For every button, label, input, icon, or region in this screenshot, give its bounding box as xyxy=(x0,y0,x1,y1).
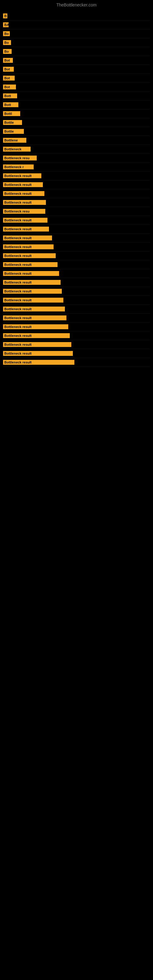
bar-label-34: Bottleneck result xyxy=(3,315,66,320)
bar-label-14: Bottlene xyxy=(3,138,26,143)
bar-item-33: Bottleneck result xyxy=(3,307,150,312)
bar-row-22: Bottleneck resu xyxy=(3,207,150,216)
bar-row-39: Bottleneck result xyxy=(3,358,150,367)
bar-label-28: Bottleneck result xyxy=(3,262,57,267)
bar-row-31: Bottleneck result xyxy=(3,287,150,296)
bars-container: BBABoBoBoBotBotBotBotBottBottBottlBottle… xyxy=(0,9,153,370)
bar-label-26: Bottleneck result xyxy=(3,244,54,249)
bar-item-4: Bo xyxy=(3,49,150,54)
bar-row-34: Bottleneck result xyxy=(3,313,150,323)
bar-label-11: Bottl xyxy=(3,111,20,116)
bar-label-35: Bottleneck result xyxy=(3,324,68,329)
bar-item-5: Bot xyxy=(3,58,150,63)
bar-item-16: Bottleneck resu xyxy=(3,156,150,161)
bar-label-29: Bottleneck result xyxy=(3,271,59,276)
bar-label-24: Bottleneck result xyxy=(3,227,49,232)
bar-item-24: Bottleneck result xyxy=(3,227,150,232)
bar-row-2: Bo xyxy=(3,29,150,38)
bar-row-0: B xyxy=(3,12,150,21)
bar-item-28: Bottleneck result xyxy=(3,262,150,267)
bar-row-32: Bottleneck result xyxy=(3,296,150,305)
bar-row-35: Bottleneck result xyxy=(3,323,150,331)
bar-item-39: Bottleneck result xyxy=(3,360,150,365)
bar-row-20: Bottleneck result xyxy=(3,189,150,198)
bar-item-21: Bottleneck result xyxy=(3,200,150,205)
bar-item-19: Bottleneck result xyxy=(3,182,150,187)
bar-label-19: Bottleneck result xyxy=(3,182,43,187)
bar-row-8: Bot xyxy=(3,83,150,92)
bar-item-35: Bottleneck result xyxy=(3,324,150,329)
bar-row-12: Bottle xyxy=(3,118,150,127)
bar-label-22: Bottleneck resu xyxy=(3,209,45,214)
bar-label-10: Bott xyxy=(3,102,18,107)
bar-label-2: Bo xyxy=(3,31,10,36)
bar-row-37: Bottleneck result xyxy=(3,340,150,349)
bar-row-14: Bottlene xyxy=(3,136,150,145)
bar-row-15: Bottleneck xyxy=(3,145,150,154)
bar-item-17: Bottleneck r xyxy=(3,164,150,169)
bar-item-8: Bot xyxy=(3,84,150,89)
bar-item-27: Bottleneck result xyxy=(3,253,150,258)
bar-row-3: Bo xyxy=(3,38,150,47)
bar-item-13: Bottle xyxy=(3,129,150,134)
bar-label-4: Bo xyxy=(3,49,12,54)
bar-item-34: Bottleneck result xyxy=(3,315,150,320)
bar-label-21: Bottleneck result xyxy=(3,200,46,205)
bar-row-24: Bottleneck result xyxy=(3,225,150,234)
bar-item-14: Bottlene xyxy=(3,138,150,143)
bar-label-33: Bottleneck result xyxy=(3,307,65,312)
bar-label-39: Bottleneck result xyxy=(3,360,74,365)
bar-label-7: Bot xyxy=(3,76,15,81)
bar-label-12: Bottle xyxy=(3,120,22,125)
bar-row-17: Bottleneck r xyxy=(3,162,150,172)
bar-label-36: Bottleneck result xyxy=(3,333,70,338)
bar-item-6: Bot xyxy=(3,67,150,72)
bar-row-30: Bottleneck result xyxy=(3,278,150,287)
bar-item-11: Bottl xyxy=(3,111,150,116)
bar-row-26: Bottleneck result xyxy=(3,243,150,251)
bar-row-1: BA xyxy=(3,21,150,29)
bar-label-38: Bottleneck result xyxy=(3,351,73,356)
bar-item-26: Bottleneck result xyxy=(3,244,150,249)
bar-row-9: Bott xyxy=(3,92,150,100)
bar-label-31: Bottleneck result xyxy=(3,289,62,294)
bar-label-16: Bottleneck resu xyxy=(3,156,37,161)
bar-row-33: Bottleneck result xyxy=(3,305,150,313)
bar-row-16: Bottleneck resu xyxy=(3,154,150,162)
bar-item-10: Bott xyxy=(3,102,150,107)
bar-item-18: Bottleneck result xyxy=(3,173,150,178)
bar-row-36: Bottleneck result xyxy=(3,331,150,340)
bar-item-31: Bottleneck result xyxy=(3,289,150,294)
bar-item-0: B xyxy=(3,13,150,18)
bar-row-21: Bottleneck result xyxy=(3,198,150,207)
bar-item-25: Bottleneck result xyxy=(3,235,150,240)
site-title: TheBottlenecker.com xyxy=(0,0,153,9)
bar-row-10: Bott xyxy=(3,100,150,109)
bar-item-37: Bottleneck result xyxy=(3,342,150,347)
bar-item-29: Bottleneck result xyxy=(3,271,150,276)
bar-label-15: Bottleneck xyxy=(3,147,30,151)
bar-label-30: Bottleneck result xyxy=(3,280,61,285)
bar-item-20: Bottleneck result xyxy=(3,191,150,196)
bar-row-25: Bottleneck result xyxy=(3,234,150,243)
bar-item-3: Bo xyxy=(3,40,150,45)
bar-row-7: Bot xyxy=(3,74,150,83)
bar-item-23: Bottleneck result xyxy=(3,218,150,223)
bar-label-3: Bo xyxy=(3,40,11,45)
bar-label-25: Bottleneck result xyxy=(3,235,52,240)
bar-label-13: Bottle xyxy=(3,129,24,134)
bar-item-7: Bot xyxy=(3,76,150,81)
bar-item-32: Bottleneck result xyxy=(3,298,150,302)
bar-item-22: Bottleneck resu xyxy=(3,209,150,214)
bar-label-8: Bot xyxy=(3,84,16,89)
bar-row-4: Bo xyxy=(3,47,150,56)
bar-row-29: Bottleneck result xyxy=(3,269,150,278)
bar-row-38: Bottleneck result xyxy=(3,349,150,358)
bar-label-1: BA xyxy=(3,22,9,27)
bar-row-13: Bottle xyxy=(3,127,150,136)
bar-item-38: Bottleneck result xyxy=(3,351,150,356)
bar-label-5: Bot xyxy=(3,58,13,63)
bar-item-36: Bottleneck result xyxy=(3,333,150,338)
bar-label-23: Bottleneck result xyxy=(3,218,48,223)
bar-label-18: Bottleneck result xyxy=(3,173,41,178)
